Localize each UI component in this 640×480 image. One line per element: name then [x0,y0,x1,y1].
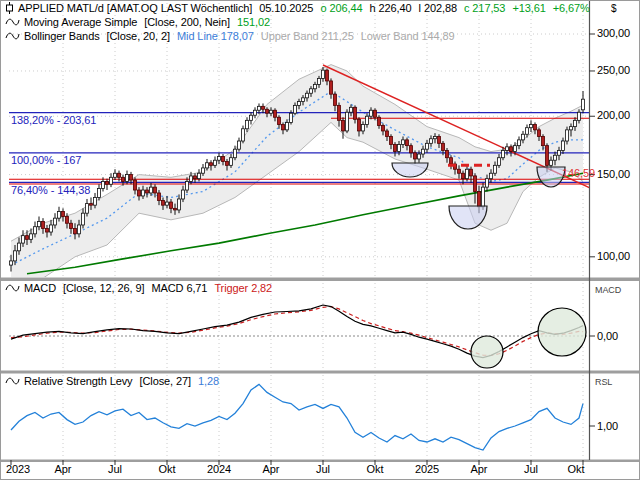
price-axis[interactable] [591,1,640,461]
rsl-panel[interactable] [9,373,589,460]
panel-separator [1,278,640,282]
time-axis[interactable] [1,461,589,477]
main-chart-panel[interactable] [9,3,589,277]
macd-panel[interactable] [9,282,589,370]
chart-window: APPLIED MATL/d [AMAT.OQ LAST Wöchentlich… [0,0,640,480]
